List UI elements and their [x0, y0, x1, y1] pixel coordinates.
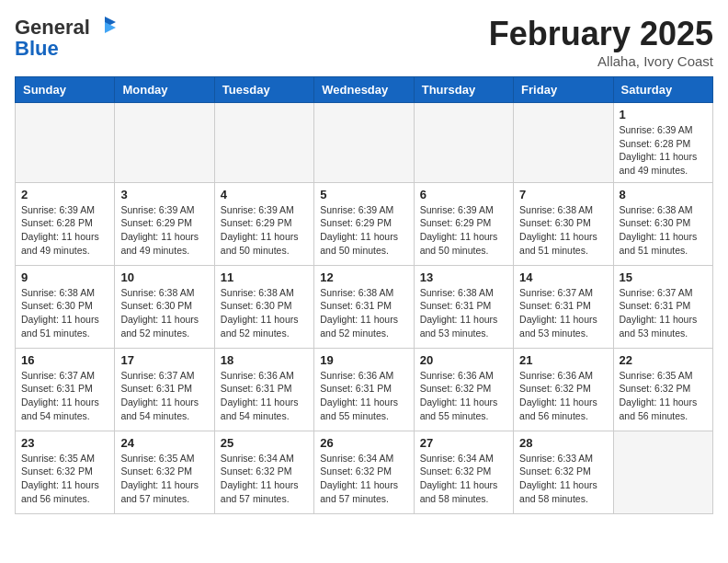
day-info: Sunrise: 6:38 AM Sunset: 6:31 PM Dayligh…	[320, 286, 407, 340]
day-info: Sunrise: 6:35 AM Sunset: 6:32 PM Dayligh…	[120, 452, 208, 506]
day-number: 9	[21, 270, 108, 284]
day-info: Sunrise: 6:39 AM Sunset: 6:29 PM Dayligh…	[420, 203, 507, 258]
calendar-header-wednesday: Wednesday	[314, 77, 414, 103]
calendar-table: SundayMondayTuesdayWednesdayThursdayFrid…	[15, 76, 713, 514]
calendar-header-saturday: Saturday	[613, 77, 712, 103]
day-info: Sunrise: 6:34 AM Sunset: 6:32 PM Dayligh…	[420, 452, 507, 506]
location-subtitle: Allaha, Ivory Coast	[489, 53, 713, 69]
day-number: 2	[21, 188, 108, 201]
calendar-cell: 4Sunrise: 6:39 AM Sunset: 6:29 PM Daylig…	[214, 182, 313, 265]
day-number: 25	[221, 436, 308, 450]
calendar-cell: 2Sunrise: 6:39 AM Sunset: 6:28 PM Daylig…	[16, 182, 115, 265]
calendar-week-2: 2Sunrise: 6:39 AM Sunset: 6:28 PM Daylig…	[16, 182, 713, 265]
calendar-cell: 28Sunrise: 6:33 AM Sunset: 6:32 PM Dayli…	[514, 431, 613, 513]
day-number: 22	[620, 353, 707, 367]
day-number: 19	[320, 353, 407, 367]
calendar-cell: 26Sunrise: 6:34 AM Sunset: 6:32 PM Dayli…	[314, 431, 414, 513]
day-info: Sunrise: 6:39 AM Sunset: 6:29 PM Dayligh…	[221, 203, 308, 258]
day-info: Sunrise: 6:36 AM Sunset: 6:32 PM Dayligh…	[519, 369, 607, 423]
day-number: 11	[221, 270, 308, 284]
logo: General Blue	[15, 15, 118, 61]
calendar-cell: 18Sunrise: 6:36 AM Sunset: 6:31 PM Dayli…	[214, 348, 313, 431]
calendar-cell: 7Sunrise: 6:38 AM Sunset: 6:30 PM Daylig…	[514, 182, 613, 265]
calendar-cell: 8Sunrise: 6:38 AM Sunset: 6:30 PM Daylig…	[613, 182, 712, 265]
calendar-cell	[214, 103, 313, 183]
day-number: 14	[519, 270, 607, 284]
calendar-header-tuesday: Tuesday	[214, 77, 313, 103]
calendar-cell: 17Sunrise: 6:37 AM Sunset: 6:31 PM Dayli…	[115, 348, 214, 431]
calendar-cell: 23Sunrise: 6:35 AM Sunset: 6:32 PM Dayli…	[16, 431, 115, 513]
day-info: Sunrise: 6:38 AM Sunset: 6:30 PM Dayligh…	[120, 286, 208, 340]
calendar-header-friday: Friday	[514, 77, 613, 103]
calendar-cell: 11Sunrise: 6:38 AM Sunset: 6:30 PM Dayli…	[214, 265, 313, 348]
day-number: 6	[420, 188, 507, 201]
day-number: 16	[21, 353, 108, 367]
calendar-cell: 6Sunrise: 6:39 AM Sunset: 6:29 PM Daylig…	[414, 182, 513, 265]
calendar-cell	[314, 103, 414, 183]
day-number: 20	[420, 353, 507, 367]
day-info: Sunrise: 6:38 AM Sunset: 6:30 PM Dayligh…	[519, 203, 607, 258]
calendar-cell: 15Sunrise: 6:37 AM Sunset: 6:31 PM Dayli…	[613, 265, 712, 348]
calendar-cell: 20Sunrise: 6:36 AM Sunset: 6:32 PM Dayli…	[414, 348, 513, 431]
calendar-cell: 24Sunrise: 6:35 AM Sunset: 6:32 PM Dayli…	[115, 431, 214, 513]
day-info: Sunrise: 6:39 AM Sunset: 6:28 PM Dayligh…	[620, 123, 707, 178]
day-info: Sunrise: 6:36 AM Sunset: 6:32 PM Dayligh…	[420, 369, 507, 423]
day-number: 18	[221, 353, 308, 367]
day-number: 1	[620, 108, 707, 121]
calendar-cell	[115, 103, 214, 183]
calendar-week-5: 23Sunrise: 6:35 AM Sunset: 6:32 PM Dayli…	[16, 431, 713, 513]
day-number: 12	[320, 270, 407, 284]
title-block: February 2025 Allaha, Ivory Coast	[489, 15, 713, 69]
day-number: 15	[620, 270, 707, 284]
month-title: February 2025	[489, 15, 713, 53]
calendar-cell	[414, 103, 513, 183]
calendar-cell: 21Sunrise: 6:36 AM Sunset: 6:32 PM Dayli…	[514, 348, 613, 431]
calendar-week-1: 1Sunrise: 6:39 AM Sunset: 6:28 PM Daylig…	[16, 103, 713, 183]
day-info: Sunrise: 6:35 AM Sunset: 6:32 PM Dayligh…	[21, 452, 108, 506]
calendar-cell: 22Sunrise: 6:35 AM Sunset: 6:32 PM Dayli…	[613, 348, 712, 431]
day-info: Sunrise: 6:35 AM Sunset: 6:32 PM Dayligh…	[620, 369, 707, 423]
day-info: Sunrise: 6:39 AM Sunset: 6:28 PM Dayligh…	[21, 203, 108, 258]
day-number: 26	[320, 436, 407, 450]
calendar-cell: 27Sunrise: 6:34 AM Sunset: 6:32 PM Dayli…	[414, 431, 513, 513]
calendar-cell: 13Sunrise: 6:38 AM Sunset: 6:31 PM Dayli…	[414, 265, 513, 348]
day-number: 27	[420, 436, 507, 450]
day-info: Sunrise: 6:37 AM Sunset: 6:31 PM Dayligh…	[519, 286, 607, 340]
day-info: Sunrise: 6:36 AM Sunset: 6:31 PM Dayligh…	[221, 369, 308, 423]
day-info: Sunrise: 6:38 AM Sunset: 6:30 PM Dayligh…	[620, 203, 707, 258]
calendar-header-thursday: Thursday	[414, 77, 513, 103]
page-header: General Blue February 2025 Allaha, Ivory…	[15, 15, 713, 69]
day-number: 28	[519, 436, 607, 450]
day-number: 10	[120, 270, 208, 284]
calendar-header-monday: Monday	[115, 77, 214, 103]
day-number: 5	[320, 188, 407, 201]
day-number: 21	[519, 353, 607, 367]
day-number: 4	[221, 188, 308, 201]
day-number: 3	[120, 188, 208, 201]
calendar-cell: 25Sunrise: 6:34 AM Sunset: 6:32 PM Dayli…	[214, 431, 313, 513]
day-info: Sunrise: 6:38 AM Sunset: 6:31 PM Dayligh…	[420, 286, 507, 340]
day-info: Sunrise: 6:37 AM Sunset: 6:31 PM Dayligh…	[620, 286, 707, 340]
day-number: 17	[120, 353, 208, 367]
day-number: 7	[519, 188, 607, 201]
calendar-cell: 10Sunrise: 6:38 AM Sunset: 6:30 PM Dayli…	[115, 265, 214, 348]
day-info: Sunrise: 6:38 AM Sunset: 6:30 PM Dayligh…	[21, 286, 108, 340]
day-number: 8	[620, 188, 707, 201]
calendar-cell: 1Sunrise: 6:39 AM Sunset: 6:28 PM Daylig…	[613, 103, 712, 183]
day-number: 13	[420, 270, 507, 284]
calendar-cell: 16Sunrise: 6:37 AM Sunset: 6:31 PM Dayli…	[16, 348, 115, 431]
day-info: Sunrise: 6:37 AM Sunset: 6:31 PM Dayligh…	[21, 369, 108, 423]
calendar-cell	[514, 103, 613, 183]
day-info: Sunrise: 6:37 AM Sunset: 6:31 PM Dayligh…	[120, 369, 208, 423]
logo-flag-icon	[92, 15, 118, 40]
calendar-cell: 19Sunrise: 6:36 AM Sunset: 6:31 PM Dayli…	[314, 348, 414, 431]
day-info: Sunrise: 6:39 AM Sunset: 6:29 PM Dayligh…	[120, 203, 208, 258]
calendar-header-sunday: Sunday	[16, 77, 115, 103]
day-info: Sunrise: 6:36 AM Sunset: 6:31 PM Dayligh…	[320, 369, 407, 423]
calendar-cell: 5Sunrise: 6:39 AM Sunset: 6:29 PM Daylig…	[314, 182, 414, 265]
calendar-week-3: 9Sunrise: 6:38 AM Sunset: 6:30 PM Daylig…	[16, 265, 713, 348]
day-info: Sunrise: 6:33 AM Sunset: 6:32 PM Dayligh…	[519, 452, 607, 506]
calendar-cell: 14Sunrise: 6:37 AM Sunset: 6:31 PM Dayli…	[514, 265, 613, 348]
day-number: 24	[120, 436, 208, 450]
day-info: Sunrise: 6:39 AM Sunset: 6:29 PM Dayligh…	[320, 203, 407, 258]
